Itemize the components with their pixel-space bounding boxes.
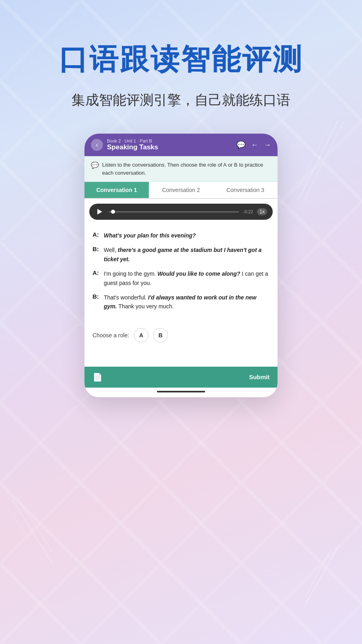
svg-line-3	[12, 499, 52, 564]
prev-icon[interactable]: ←	[251, 141, 258, 149]
hero-title: 口语跟读智能评测	[59, 40, 303, 79]
speaker-b1: B:	[93, 246, 101, 252]
page-title: Speaking Tasks	[107, 143, 158, 151]
tab-conversation-1[interactable]: Conversation 1	[84, 182, 149, 198]
tabs-row: Conversation 1 Conversation 2 Conversati…	[84, 182, 278, 199]
next-icon[interactable]: →	[264, 141, 271, 149]
role-chooser-label: Choose a role:	[93, 332, 129, 339]
svg-line-4	[18, 499, 52, 551]
time-display: -0:22	[243, 209, 253, 214]
app-header-right: 💬 ← →	[237, 140, 271, 149]
svg-line-2	[298, 121, 332, 201]
app-header-left: ‹ Book 2 · Unit 1 · Part B Speaking Task…	[91, 138, 158, 151]
tab-conversation-3[interactable]: Conversation 3	[213, 182, 278, 198]
home-indicator	[84, 388, 278, 397]
svg-line-0	[298, 121, 338, 201]
role-chooser: Choose a role: A B	[84, 323, 278, 351]
speed-button[interactable]: 1x	[257, 208, 267, 215]
conv-line-a1: A: What's your plan for this evening?	[93, 231, 269, 240]
svg-line-1	[304, 121, 344, 201]
conv-text-a1: What's your plan for this evening?	[104, 231, 196, 240]
svg-line-6	[306, 547, 338, 604]
speaker-a2: A:	[93, 269, 101, 276]
save-icon[interactable]: 📄	[93, 372, 103, 382]
progress-bar[interactable]	[109, 211, 239, 213]
conv-line-b1: B: Well, there's a good game at the stad…	[93, 246, 269, 264]
bottom-toolbar: 📄 Submit	[84, 367, 278, 388]
book-info: Book 2 · Unit 1 · Part B	[107, 138, 158, 143]
chat-bubble-icon: 💬	[91, 161, 99, 169]
svg-line-7	[306, 547, 332, 604]
phone-mockup: ‹ Book 2 · Unit 1 · Part B Speaking Task…	[84, 134, 278, 397]
spacer	[84, 351, 278, 367]
back-button[interactable]: ‹	[91, 139, 103, 151]
svg-line-5	[12, 507, 44, 564]
role-b-button[interactable]: B	[153, 328, 168, 343]
chat-icon[interactable]: 💬	[237, 140, 245, 149]
audio-player: -0:22 1x	[89, 204, 273, 220]
speaker-a1: A:	[93, 231, 101, 238]
svg-marker-8	[97, 209, 102, 215]
app-header: ‹ Book 2 · Unit 1 · Part B Speaking Task…	[84, 134, 278, 156]
hero-subtitle: 集成智能评测引擎，自己就能练口语	[72, 91, 290, 109]
deco-lines-top-right	[298, 121, 346, 201]
header-text: Book 2 · Unit 1 · Part B Speaking Tasks	[107, 138, 158, 151]
conversation-content: A: What's your plan for this evening? B:…	[84, 225, 278, 323]
play-button[interactable]	[95, 207, 105, 217]
deco-lines-bottom-left	[12, 499, 52, 564]
submit-button[interactable]: Submit	[249, 374, 269, 380]
instruction-text: Listen to the conversations. Then choose…	[102, 161, 271, 177]
progress-dot	[111, 210, 115, 214]
conv-text-b1: Well, there's a good game at the stadium…	[104, 246, 269, 264]
conv-text-a2: I'm going to the gym. Would you like to …	[104, 269, 269, 287]
instruction-bar: 💬 Listen to the conversations. Then choo…	[84, 156, 278, 182]
conv-text-b2: That's wonderful. I'd always wanted to w…	[104, 293, 269, 311]
conv-line-a2: A: I'm going to the gym. Would you like …	[93, 269, 269, 287]
conv-line-b2: B: That's wonderful. I'd always wanted t…	[93, 293, 269, 311]
tab-conversation-2[interactable]: Conversation 2	[149, 182, 213, 198]
speaker-b2: B:	[93, 293, 101, 300]
role-a-button[interactable]: A	[134, 328, 148, 343]
deco-lines-bottom-right	[306, 547, 338, 604]
back-icon: ‹	[96, 141, 98, 149]
home-bar	[157, 391, 205, 392]
page-container: 口语跟读智能评测 集成智能评测引擎，自己就能练口语 ‹ Book 2 · Uni…	[0, 0, 362, 644]
